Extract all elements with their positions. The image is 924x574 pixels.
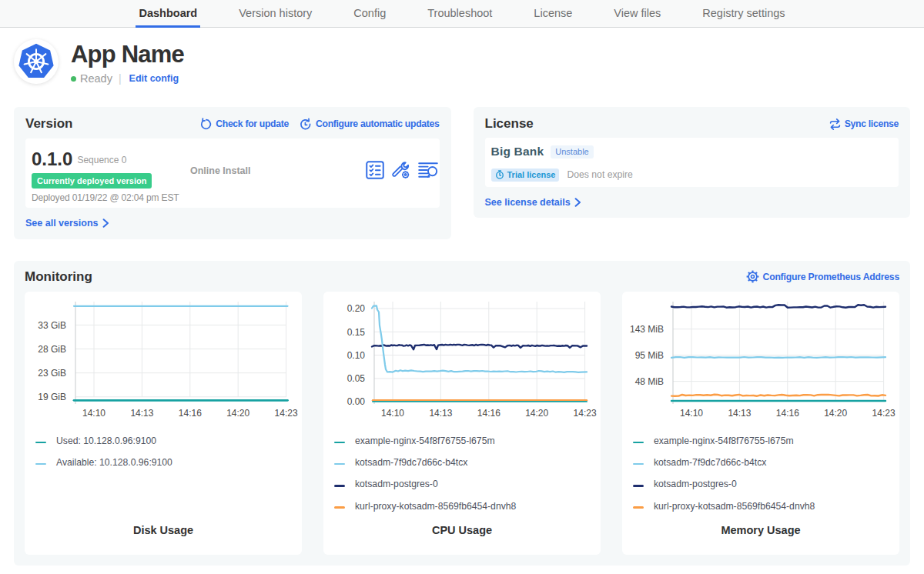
svg-text:14:20: 14:20 xyxy=(525,408,548,419)
svg-text:14:20: 14:20 xyxy=(824,408,847,419)
svg-text:19 GiB: 19 GiB xyxy=(38,392,66,402)
svg-text:14:10: 14:10 xyxy=(82,408,105,419)
svg-text:14:13: 14:13 xyxy=(728,408,751,419)
svg-text:14:16: 14:16 xyxy=(776,408,799,419)
svg-text:14:20: 14:20 xyxy=(226,408,249,419)
svg-text:14:16: 14:16 xyxy=(477,408,500,419)
svg-text:23 GiB: 23 GiB xyxy=(38,368,66,379)
svg-text:14:23: 14:23 xyxy=(872,408,896,419)
svg-text:0.20: 0.20 xyxy=(347,303,366,314)
svg-text:14:10: 14:10 xyxy=(680,408,703,419)
svg-text:95 MiB: 95 MiB xyxy=(635,350,664,361)
svg-text:14:10: 14:10 xyxy=(381,408,404,419)
svg-text:14:16: 14:16 xyxy=(179,408,202,419)
svg-text:14:23: 14:23 xyxy=(275,408,298,419)
svg-text:0.10: 0.10 xyxy=(347,350,366,361)
svg-text:143 MiB: 143 MiB xyxy=(630,324,664,335)
svg-text:33 GiB: 33 GiB xyxy=(38,320,66,331)
svg-text:0.00: 0.00 xyxy=(347,396,366,407)
svg-text:14:13: 14:13 xyxy=(130,408,153,419)
svg-text:14:13: 14:13 xyxy=(429,408,452,419)
svg-text:14:23: 14:23 xyxy=(574,408,597,419)
svg-text:28 GiB: 28 GiB xyxy=(38,344,66,355)
svg-text:0.05: 0.05 xyxy=(347,373,366,384)
svg-text:0.15: 0.15 xyxy=(347,327,366,338)
svg-text:48 MiB: 48 MiB xyxy=(635,376,664,387)
